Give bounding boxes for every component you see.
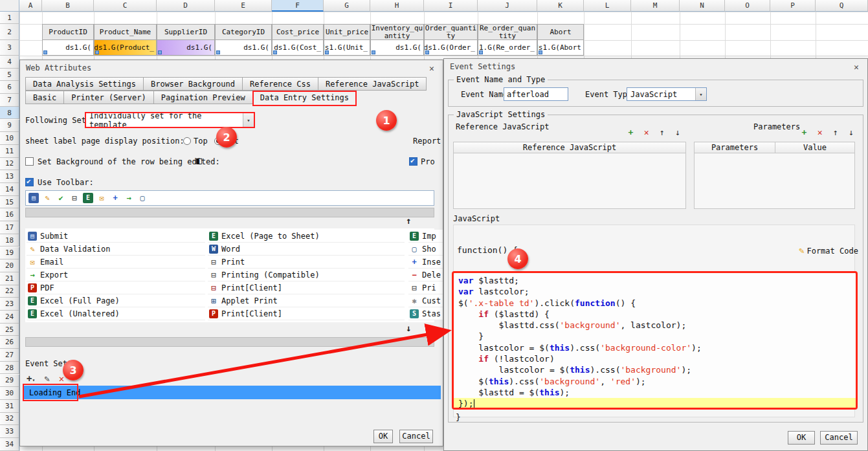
move-up-icon[interactable]: ↑ xyxy=(830,127,841,137)
tab-reference-javascript[interactable]: Reference JavaScript xyxy=(318,77,427,91)
cancel-button[interactable]: Cancel xyxy=(399,430,433,443)
row-header-1[interactable]: 1 xyxy=(0,12,19,24)
tab-data-entry-settings[interactable]: Data Entry Settings xyxy=(252,91,357,106)
field-header-cell[interactable]: ProductID xyxy=(42,24,94,40)
tab-browser-background[interactable]: Browser Background xyxy=(143,77,243,91)
column-header-H[interactable]: H xyxy=(370,0,424,12)
field-header-cell[interactable]: Order_quantity xyxy=(424,24,478,40)
row-header-22[interactable]: 22 xyxy=(0,285,19,298)
field-value-cell[interactable]: ds1.G(Unit_ xyxy=(324,40,370,56)
parameters-table-body[interactable] xyxy=(694,153,855,209)
row-header-3[interactable]: 3 xyxy=(0,40,19,56)
tab-printer-server-[interactable]: Printer (Server) xyxy=(63,91,154,104)
column-header-Q[interactable]: Q xyxy=(816,0,868,12)
row-header-28[interactable]: 28 xyxy=(0,362,19,375)
use-toolbar-checkbox[interactable] xyxy=(25,178,34,186)
column-header-D[interactable]: D xyxy=(157,0,215,12)
toolbar-option-applet-print[interactable]: ⊞Applet Print xyxy=(208,294,405,307)
row-header-32[interactable]: 32 xyxy=(0,413,19,426)
row-header-13[interactable]: 13 xyxy=(0,170,19,183)
column-header-K[interactable]: K xyxy=(537,0,584,12)
toolbar-option-sho[interactable]: ▢Sho xyxy=(408,243,443,256)
toolbar-top-bar[interactable] xyxy=(25,208,434,217)
row-header-21[interactable]: 21 xyxy=(0,272,19,285)
toolbar-option-printing-compatible-[interactable]: ⊟Printing (Compatible) xyxy=(208,269,405,281)
toolbar-option-excel-full-page-[interactable]: EExcel (Full Page) xyxy=(27,294,205,307)
row-header-19[interactable]: 19 xyxy=(0,247,19,260)
field-header-cell[interactable]: Re_order_quantity xyxy=(478,24,537,40)
select-all-corner[interactable] xyxy=(0,0,19,12)
event-type-select[interactable]: JavaScript ▾ xyxy=(627,87,707,101)
toolbar-option-inse[interactable]: +Inse xyxy=(408,256,443,269)
field-header-cell[interactable]: SupplierID xyxy=(157,24,215,40)
radio-top[interactable] xyxy=(183,137,191,145)
field-header-cell[interactable]: Inventory_quantity xyxy=(370,24,424,40)
toolbar-option-export[interactable]: →Export xyxy=(27,269,205,281)
add-event-button[interactable]: +▾ xyxy=(27,373,35,384)
column-header-L[interactable]: L xyxy=(584,0,631,12)
remove-icon[interactable]: ✕ xyxy=(641,127,652,137)
column-header-G[interactable]: G xyxy=(324,0,370,12)
event-row-loading-end[interactable]: Loading End xyxy=(23,386,441,399)
column-header-E[interactable]: E xyxy=(215,0,272,12)
row-header-20[interactable]: 20 xyxy=(0,259,19,272)
row-header-4[interactable]: 4 xyxy=(0,56,19,69)
tab-pagination-preview[interactable]: Pagination Preview xyxy=(153,91,253,104)
row-header-23[interactable]: 23 xyxy=(0,298,19,311)
field-value-cell[interactable]: ds1.G( xyxy=(215,40,272,56)
pasted-code-block[interactable]: var $lasttd;var lastcolor;$('.x-table td… xyxy=(452,271,858,410)
edit-event-icon[interactable]: ✎ xyxy=(44,373,49,384)
remove-icon[interactable]: ✕ xyxy=(814,127,825,137)
field-value-cell[interactable]: ds1.G(Re_order_ xyxy=(478,40,537,56)
event-settings-titlebar[interactable]: Event Settings ✕ xyxy=(444,59,867,74)
row-header-33[interactable]: 33 xyxy=(0,425,19,438)
column-header-A[interactable]: A xyxy=(19,0,42,12)
row-header-16[interactable]: 16 xyxy=(0,208,19,221)
toolbar-option-excel-unaltered-[interactable]: EExcel (Unaltered) xyxy=(27,307,205,320)
move-down-icon[interactable]: ↓ xyxy=(846,127,857,137)
toolbar-option-excel-page-to-sheet-[interactable]: EExcel (Page to Sheet) xyxy=(208,230,405,243)
field-header-cell[interactable]: Cost_price xyxy=(272,24,324,40)
move-up-icon[interactable]: ↑ xyxy=(406,215,411,226)
field-value-cell[interactable]: ds1.G( xyxy=(42,40,94,56)
row-header-8[interactable]: 8 xyxy=(0,107,19,120)
toolbar-option-email[interactable]: ✉Email xyxy=(27,256,205,269)
toolbar-option-print[interactable]: ⊟Print xyxy=(208,256,405,269)
row-header-30[interactable]: 30 xyxy=(0,387,19,400)
field-header-cell[interactable]: Product_Name xyxy=(94,24,157,40)
column-header-O[interactable]: O xyxy=(725,0,770,12)
column-header-P[interactable]: P xyxy=(770,0,816,12)
column-header-F[interactable]: F xyxy=(272,0,324,12)
toolbar-icon-strip[interactable]: ▤✎✔⊟E✉+→▢ xyxy=(25,190,434,206)
close-icon[interactable]: ✕ xyxy=(851,62,862,72)
add-icon[interactable]: + xyxy=(799,127,810,137)
event-name-input[interactable]: afterload xyxy=(504,87,568,101)
field-value-cell[interactable]: ds1.G( xyxy=(370,40,424,56)
row-header-34[interactable]: 34 xyxy=(0,438,19,451)
move-down-icon[interactable]: ↓ xyxy=(673,127,684,137)
column-header-B[interactable]: B xyxy=(42,0,94,12)
field-value-cell[interactable]: ds1.G(Cost_ xyxy=(272,40,324,56)
row-header-10[interactable]: 10 xyxy=(0,132,19,145)
toolbar-option-imp[interactable]: EImp xyxy=(408,230,443,243)
row-header-29[interactable]: 29 xyxy=(0,375,19,388)
move-down-icon[interactable]: ↓ xyxy=(406,323,411,333)
move-up-icon[interactable]: ↑ xyxy=(656,127,667,137)
add-icon[interactable]: + xyxy=(625,127,636,137)
field-value-cell[interactable]: ds1.G( xyxy=(157,40,215,56)
field-header-cell[interactable]: Unit_price xyxy=(324,24,370,40)
toolbar-option-dele[interactable]: −Dele xyxy=(408,269,443,281)
row-header-2[interactable]: 2 xyxy=(0,24,19,40)
tab-reference-css[interactable]: Reference Css xyxy=(242,77,318,91)
toolbar-option-stas[interactable]: SStas xyxy=(408,307,443,320)
row-header-31[interactable]: 31 xyxy=(0,400,19,413)
row-header-14[interactable]: 14 xyxy=(0,183,19,196)
toolbar-option-print-client-[interactable]: PPrint[Client] xyxy=(208,307,405,320)
field-value-cell[interactable]: ds1.G(Product_ xyxy=(94,40,157,56)
row-header-15[interactable]: 15 xyxy=(0,196,19,209)
ok-button[interactable]: OK xyxy=(788,431,815,445)
toolbar-option-pdf[interactable]: PPDF xyxy=(27,281,205,294)
web-attributes-titlebar[interactable]: Web Attributes ✕ xyxy=(20,60,443,76)
column-header-C[interactable]: C xyxy=(94,0,157,12)
row-header-17[interactable]: 17 xyxy=(0,221,19,234)
